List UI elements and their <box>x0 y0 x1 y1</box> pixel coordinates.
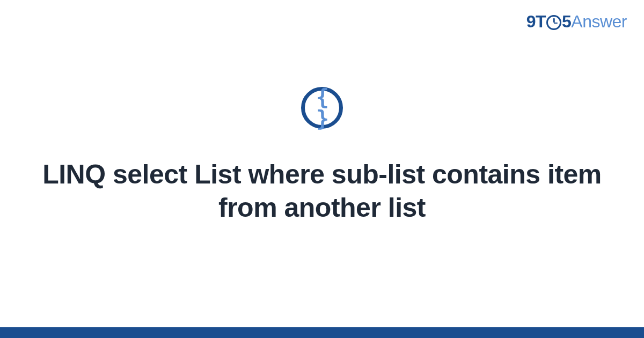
category-icon: { } <box>301 87 343 129</box>
logo-word: Answer <box>571 12 627 32</box>
main-content: { } LINQ select List where sub-list cont… <box>0 87 644 224</box>
braces-icon: { } <box>305 86 339 129</box>
bottom-accent-bar <box>0 327 644 338</box>
question-title: LINQ select List where sub-list contains… <box>32 158 612 224</box>
logo-suffix: 5 <box>562 12 571 32</box>
site-logo[interactable]: 9T 5 Answer <box>526 12 627 32</box>
clock-icon <box>546 15 561 30</box>
logo-prefix: 9T <box>526 12 546 32</box>
